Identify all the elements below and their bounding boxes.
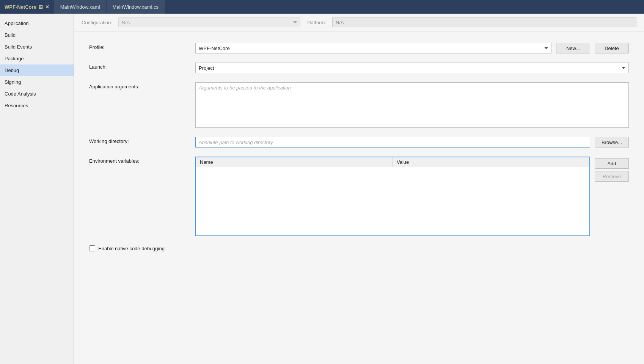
launch-control-area: Project xyxy=(195,63,629,73)
app-args-label: Application arguments: xyxy=(89,82,195,89)
tab-mainwindow-xaml[interactable]: MainWindow.xaml xyxy=(54,0,107,14)
app-args-row: Application arguments: xyxy=(89,82,629,128)
form-area: Profile: WPF-NetCore New... Delete Launc… xyxy=(74,31,644,364)
working-dir-label: Working directory: xyxy=(89,137,195,144)
env-col-name: Name xyxy=(196,157,393,167)
close-icon[interactable]: ✕ xyxy=(45,4,49,10)
main-layout: Application Build Build Events Package D… xyxy=(0,14,644,364)
delete-button[interactable]: Delete xyxy=(595,43,629,53)
browse-button[interactable]: Browse... xyxy=(595,137,629,147)
new-button[interactable]: New... xyxy=(556,43,590,53)
app-args-textarea[interactable] xyxy=(195,82,629,128)
launch-row: Launch: Project xyxy=(89,63,629,73)
env-vars-row: Environment variables: Name Value Add Re… xyxy=(89,157,629,236)
env-table-body xyxy=(196,167,589,235)
launch-label: Launch: xyxy=(89,63,195,70)
sidebar-item-resources[interactable]: Resources xyxy=(0,100,74,111)
profile-label: Profile: xyxy=(89,43,195,50)
env-vars-label: Environment variables: xyxy=(89,157,195,164)
platform-input xyxy=(332,17,636,27)
content-area: Configuration: N/A Platform: Profile: WP… xyxy=(74,14,644,364)
native-debug-label: Enable native code debugging xyxy=(98,246,165,251)
sidebar-item-debug[interactable]: Debug xyxy=(0,64,74,76)
sidebar: Application Build Build Events Package D… xyxy=(0,14,74,364)
profile-control-area: WPF-NetCore New... Delete xyxy=(195,43,629,53)
profile-select[interactable]: WPF-NetCore xyxy=(195,43,551,53)
project-tab[interactable]: WPF-NetCore ⊞ ✕ xyxy=(0,0,54,14)
sidebar-item-signing[interactable]: Signing xyxy=(0,76,74,88)
launch-select[interactable]: Project xyxy=(195,63,629,73)
configuration-select[interactable]: N/A xyxy=(118,17,300,27)
env-buttons-area: Add Remove xyxy=(595,157,629,182)
sidebar-item-build[interactable]: Build xyxy=(0,29,74,41)
profile-row: Profile: WPF-NetCore New... Delete xyxy=(89,43,629,53)
sidebar-item-application[interactable]: Application xyxy=(0,17,74,29)
working-dir-control-area: Browse... xyxy=(195,137,629,147)
pin-icon: ⊞ xyxy=(39,4,43,10)
sidebar-item-build-events[interactable]: Build Events xyxy=(0,41,74,53)
tab-bar: WPF-NetCore ⊞ ✕ MainWindow.xaml MainWind… xyxy=(0,0,644,14)
add-button[interactable]: Add xyxy=(595,158,629,169)
app-args-control-area xyxy=(195,82,629,128)
configuration-label: Configuration: xyxy=(82,20,112,25)
tab-mainwindow-xaml-cs[interactable]: MainWindow.xaml.cs xyxy=(107,0,165,14)
project-tab-label: WPF-NetCore xyxy=(5,4,36,10)
sidebar-item-package[interactable]: Package xyxy=(0,53,74,64)
sidebar-item-code-analysis[interactable]: Code Analysis xyxy=(0,88,74,100)
working-dir-row: Working directory: Browse... xyxy=(89,137,629,147)
env-table-header: Name Value xyxy=(196,157,589,167)
env-table: Name Value xyxy=(195,157,590,236)
env-col-value: Value xyxy=(393,157,589,167)
working-dir-input[interactable] xyxy=(195,137,590,147)
native-debug-checkbox[interactable] xyxy=(89,245,95,251)
native-debug-row: Enable native code debugging xyxy=(89,245,629,251)
config-bar: Configuration: N/A Platform: xyxy=(74,14,644,31)
platform-label: Platform: xyxy=(306,20,326,25)
remove-button[interactable]: Remove xyxy=(595,171,629,182)
